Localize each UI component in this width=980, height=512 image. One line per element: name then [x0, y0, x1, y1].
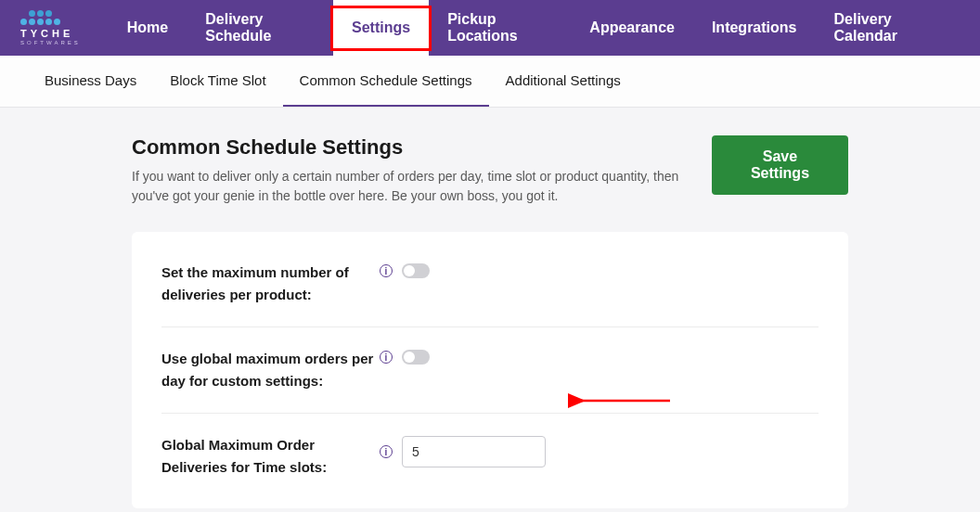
- logo-text: TYCHE: [20, 28, 73, 39]
- tab-common-schedule-settings[interactable]: Common Schedule Settings: [283, 56, 489, 107]
- settings-subnav: Business Days Block Time Slot Common Sch…: [0, 56, 980, 108]
- nav-delivery-calendar[interactable]: Delivery Calendar: [815, 0, 960, 56]
- info-icon[interactable]: i: [380, 264, 393, 277]
- nav-appearance[interactable]: Appearance: [571, 0, 693, 56]
- topbar: TYCHE SOFTWARES Home Delivery Schedule S…: [0, 0, 980, 56]
- page-title: Common Schedule Settings: [132, 135, 712, 160]
- field-label: Global Maximum Order Deliveries for Time…: [161, 434, 380, 479]
- settings-card: Set the maximum number of deliveries per…: [132, 232, 848, 508]
- tab-additional-settings[interactable]: Additional Settings: [489, 56, 638, 107]
- global-max-timeslots-input[interactable]: [402, 436, 546, 467]
- content-area: Common Schedule Settings If you want to …: [0, 108, 980, 512]
- info-icon[interactable]: i: [380, 445, 393, 458]
- nav-pickup-locations[interactable]: Pickup Locations: [429, 0, 571, 56]
- field-max-per-product: Set the maximum number of deliveries per…: [161, 241, 819, 327]
- logo: TYCHE SOFTWARES: [20, 10, 81, 45]
- nav-integrations[interactable]: Integrations: [693, 0, 816, 56]
- save-settings-button[interactable]: Save Settings: [712, 135, 848, 195]
- field-global-max-custom: Use global maximum orders per day for cu…: [161, 327, 819, 414]
- field-global-max-timeslots: Global Maximum Order Deliveries for Time…: [161, 414, 819, 499]
- main-nav: Home Delivery Schedule Settings Pickup L…: [109, 0, 960, 56]
- tab-business-days[interactable]: Business Days: [28, 56, 153, 107]
- page-description: If you want to deliver only a certain nu…: [132, 167, 712, 206]
- content-header: Common Schedule Settings If you want to …: [20, 135, 960, 206]
- toggle-max-per-product[interactable]: [402, 263, 430, 278]
- nav-delivery-schedule[interactable]: Delivery Schedule: [187, 0, 333, 56]
- toggle-global-max-custom[interactable]: [402, 350, 430, 365]
- field-label: Use global maximum orders per day for cu…: [161, 348, 380, 392]
- field-label: Set the maximum number of deliveries per…: [161, 262, 380, 306]
- nav-home[interactable]: Home: [109, 0, 187, 56]
- info-icon[interactable]: i: [380, 351, 393, 364]
- logo-subtext: SOFTWARES: [20, 40, 81, 45]
- logo-dots-icon: [20, 10, 60, 25]
- nav-settings[interactable]: Settings: [333, 0, 429, 56]
- tab-block-time-slot[interactable]: Block Time Slot: [153, 56, 282, 107]
